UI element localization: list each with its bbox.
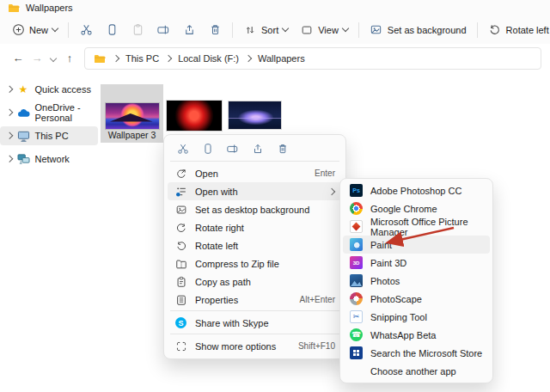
paint-3d-icon: 3D xyxy=(350,256,363,269)
toolbar-separator xyxy=(68,22,69,38)
navigation-bar: ← → ↑ This PC Local Disk (F:) Wallpapers xyxy=(0,44,550,72)
window-title: Wallpapers xyxy=(26,3,73,13)
menu-item-open-with[interactable]: Open with xyxy=(168,182,342,200)
menu-item-compress-zip[interactable]: Compress to Zip file xyxy=(168,254,342,273)
menu-shortcut: Shift+F10 xyxy=(298,341,335,351)
title-bar: Wallpapers xyxy=(0,0,550,15)
explorer-window: Wallpapers New xyxy=(0,0,550,392)
menu-item-label: Show more options xyxy=(195,341,290,352)
recent-locations-chevron[interactable] xyxy=(46,53,60,63)
zip-folder-icon xyxy=(174,257,187,270)
rename-icon xyxy=(156,23,170,37)
cut-button[interactable] xyxy=(73,20,99,40)
rotate-left-button[interactable]: Rotate left xyxy=(482,20,550,40)
submenu-item-photoshop[interactable]: Ps Adobe Photoshop CC xyxy=(343,181,490,199)
copy-icon[interactable] xyxy=(201,143,214,156)
submenu-item-snipping-tool[interactable]: ✂ Snipping Tool xyxy=(343,308,490,326)
new-plus-icon xyxy=(11,23,25,37)
address-bar[interactable]: This PC Local Disk (F:) Wallpapers xyxy=(84,47,541,70)
thumbnail-night-sky[interactable] xyxy=(229,101,281,129)
share-icon[interactable] xyxy=(251,143,264,156)
sidebar-item-this-pc[interactable]: This PC xyxy=(0,126,98,145)
rename-icon[interactable] xyxy=(226,143,239,156)
menu-item-rotate-right[interactable]: Rotate right xyxy=(168,218,342,236)
submenu-item-paint-3d[interactable]: 3D Paint 3D xyxy=(343,254,490,272)
new-button[interactable]: New xyxy=(5,20,64,40)
cut-icon xyxy=(79,23,93,37)
sidebar-item-network[interactable]: Network xyxy=(0,150,98,168)
sidebar-item-onedrive[interactable]: OneDrive - Personal xyxy=(0,103,98,122)
view-button-label: View xyxy=(318,25,339,35)
copy-button[interactable] xyxy=(99,20,125,40)
share-button[interactable] xyxy=(176,20,202,40)
sidebar-item-label: This PC xyxy=(35,131,69,141)
submenu-item-label: Microsoft Office Picture Manager xyxy=(370,217,483,237)
menu-item-label: Rotate right xyxy=(195,223,335,233)
submenu-item-picture-manager[interactable]: Microsoft Office Picture Manager xyxy=(343,217,490,236)
submenu-chevron-icon xyxy=(328,187,335,194)
sidebar-item-label: Network xyxy=(35,154,70,164)
rotate-left-icon xyxy=(488,23,502,37)
cut-icon[interactable] xyxy=(176,143,189,156)
menu-item-set-desktop-background[interactable]: Set as desktop background xyxy=(168,200,342,218)
expand-chevron-icon[interactable] xyxy=(6,109,13,116)
menu-item-label: Open xyxy=(195,168,307,179)
open-with-icon xyxy=(174,185,187,198)
menu-item-rotate-left[interactable]: Rotate left xyxy=(168,236,342,254)
expand-chevron-icon[interactable] xyxy=(6,132,13,139)
menu-item-copy-as-path[interactable]: Copy as path xyxy=(168,273,342,291)
paste-button[interactable] xyxy=(125,20,150,40)
chevron-down-icon xyxy=(52,25,58,32)
chevron-down-icon xyxy=(342,25,349,32)
paste-icon xyxy=(131,23,144,37)
view-button[interactable]: View xyxy=(294,20,354,40)
sidebar-item-label: Quick access xyxy=(35,84,91,95)
menu-item-properties[interactable]: Properties Alt+Enter xyxy=(168,291,342,309)
submenu-item-search-store[interactable]: Search the Microsoft Store xyxy=(343,344,490,362)
back-button[interactable]: ← xyxy=(9,52,28,64)
expand-chevron-icon[interactable] xyxy=(6,86,13,93)
photoshop-icon: Ps xyxy=(350,184,363,197)
breadcrumb-wallpapers[interactable]: Wallpapers xyxy=(258,53,305,64)
breadcrumb-chevron-icon xyxy=(165,54,172,61)
submenu-item-whatsapp[interactable]: ☎ WhatsApp Beta xyxy=(343,326,490,344)
trash-icon[interactable] xyxy=(276,143,289,156)
context-menu-command-row xyxy=(168,138,342,159)
menu-item-open[interactable]: Open Enter xyxy=(168,164,342,182)
submenu-item-label: Photos xyxy=(370,276,483,286)
thumbnail-wallpaper3[interactable] xyxy=(106,103,159,129)
delete-button[interactable] xyxy=(202,20,228,40)
breadcrumb-this-pc[interactable]: This PC xyxy=(125,53,159,64)
breadcrumb-local-disk[interactable]: Local Disk (F:) xyxy=(178,53,239,64)
menu-item-share-with-skype[interactable]: S Share with Skype xyxy=(168,314,342,332)
chrome-icon xyxy=(350,202,363,215)
submenu-item-label: Search the Microsoft Store xyxy=(370,348,483,358)
thumbnail-red-flower[interactable] xyxy=(167,101,222,131)
submenu-item-paint[interactable]: Paint xyxy=(343,236,490,254)
submenu-item-photos[interactable]: Photos xyxy=(343,272,490,290)
sort-icon xyxy=(243,23,257,37)
forward-button[interactable]: → xyxy=(28,52,46,64)
network-icon xyxy=(17,153,30,166)
picture-icon xyxy=(370,23,383,37)
copy-icon xyxy=(105,23,119,37)
menu-divider xyxy=(170,334,339,334)
menu-item-label: Open with xyxy=(195,187,321,197)
rotate-left-label: Rotate left xyxy=(506,25,549,35)
clipboard-icon xyxy=(174,275,187,288)
sidebar-item-quick-access[interactable]: ★ Quick access xyxy=(0,80,98,99)
expand-chevron-icon[interactable] xyxy=(6,156,13,162)
set-as-background-button[interactable]: Set as background xyxy=(364,20,473,40)
submenu-item-photoscape[interactable]: PhotoScape xyxy=(343,290,490,308)
up-button[interactable]: ↑ xyxy=(60,52,79,64)
submenu-item-label: Adobe Photoshop CC xyxy=(370,186,483,196)
menu-item-show-more-options[interactable]: Show more options Shift+F10 xyxy=(168,337,342,355)
sort-button[interactable]: Sort xyxy=(237,20,294,40)
submenu-item-chrome[interactable]: Google Chrome xyxy=(343,199,490,217)
folder-icon xyxy=(7,1,21,15)
rename-button[interactable] xyxy=(150,20,176,40)
submenu-item-label: Snipping Tool xyxy=(370,312,483,322)
submenu-item-choose-another-app[interactable]: Choose another app xyxy=(343,362,490,380)
toolbar-separator xyxy=(477,22,478,38)
chevron-down-icon xyxy=(282,25,289,32)
